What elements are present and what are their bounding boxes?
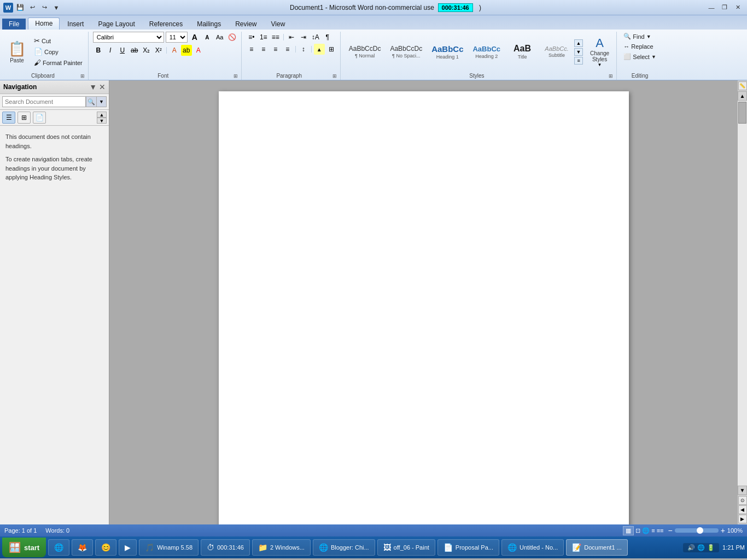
search-input[interactable] bbox=[2, 96, 86, 107]
format-painter-button[interactable]: 🖌 Format Painter bbox=[32, 57, 85, 68]
zoom-out-button[interactable]: − bbox=[668, 526, 672, 535]
tab-review[interactable]: Review bbox=[229, 19, 263, 30]
quickaccess-dropdown-button[interactable]: ▼ bbox=[51, 3, 61, 13]
full-screen-button[interactable]: ⊡ bbox=[635, 526, 640, 535]
nav-next-button[interactable]: ▼ bbox=[97, 118, 107, 124]
borders-button[interactable]: ⊞ bbox=[326, 44, 337, 55]
draft-view-button[interactable]: ≡≡ bbox=[657, 526, 664, 535]
tab-references[interactable]: References bbox=[143, 19, 189, 30]
search-go-button[interactable]: 🔍 bbox=[86, 96, 97, 107]
scroll-thumb[interactable] bbox=[738, 102, 746, 124]
tab-file[interactable]: File bbox=[2, 19, 26, 30]
taskbar-firefox-button[interactable]: 🦊 bbox=[72, 539, 93, 556]
tab-home[interactable]: Home bbox=[28, 18, 60, 30]
minimize-button[interactable]: — bbox=[705, 3, 717, 13]
print-layout-button[interactable]: ▦ bbox=[623, 526, 634, 535]
style-h1[interactable]: AaBbCc Heading 1 bbox=[428, 42, 467, 62]
select-browse-button[interactable]: ⊙ bbox=[738, 496, 747, 505]
taskbar-winamp-button[interactable]: 🎵 Winamp 5.58 bbox=[139, 539, 199, 556]
find-button[interactable]: 🔍 Find ▼ bbox=[621, 32, 653, 41]
font-grow-button[interactable]: A bbox=[189, 32, 200, 43]
nav-prev-button[interactable]: ▲ bbox=[97, 112, 107, 118]
font-name-select[interactable]: Calibri bbox=[93, 32, 164, 43]
underline-button[interactable]: U bbox=[117, 45, 128, 56]
tab-mailings[interactable]: Mailings bbox=[190, 19, 227, 30]
clock[interactable]: 1:21 PM bbox=[722, 544, 745, 551]
zoom-thumb[interactable] bbox=[697, 527, 703, 534]
justify-button[interactable]: ≡ bbox=[282, 44, 293, 55]
taskbar-timer-button[interactable]: ⏱ 000:31:46 bbox=[201, 539, 250, 556]
styles-scroll-more-button[interactable]: ≡ bbox=[574, 57, 583, 65]
scroll-up-button[interactable]: ▲ bbox=[738, 91, 747, 101]
taskbar-ie-button[interactable]: 🌐 bbox=[48, 539, 69, 556]
select-button[interactable]: ⬜ Select ▼ bbox=[621, 52, 658, 61]
redo-button[interactable]: ↪ bbox=[39, 3, 49, 13]
zoom-in-button[interactable]: + bbox=[721, 526, 725, 535]
start-button[interactable]: 🪟 start bbox=[2, 538, 46, 557]
zoom-slider[interactable] bbox=[675, 528, 719, 533]
scroll-down-button[interactable]: ▼ bbox=[738, 486, 747, 495]
copy-button[interactable]: 📄 Copy bbox=[32, 46, 85, 57]
replace-button[interactable]: ↔ Replace bbox=[621, 42, 655, 51]
document-page[interactable] bbox=[219, 91, 629, 524]
multilevel-button[interactable]: ≡≡ bbox=[270, 32, 281, 43]
tab-page-layout[interactable]: Page Layout bbox=[91, 19, 141, 30]
bullets-button[interactable]: ≡• bbox=[246, 32, 257, 43]
nav-view-results-button[interactable]: 📄 bbox=[33, 112, 46, 124]
show-marks-button[interactable]: ¶ bbox=[322, 32, 333, 43]
change-styles-button[interactable]: A ChangeStyles ▼ bbox=[586, 33, 613, 70]
styles-expand-button[interactable]: ⊞ bbox=[609, 73, 613, 79]
taskbar-blogger-button[interactable]: 🌐 Blogger: Chi... bbox=[313, 539, 375, 556]
nav-options-button[interactable]: ▼ bbox=[89, 83, 97, 91]
subscript-button[interactable]: X₂ bbox=[141, 45, 152, 56]
style-normal[interactable]: AaBbCcDc ¶ Normal bbox=[345, 43, 385, 61]
web-layout-button[interactable]: 🌐 bbox=[642, 526, 650, 535]
style-nospace[interactable]: AaBbCcDc ¶ No Spaci... bbox=[386, 43, 426, 61]
taskbar-smiley-button[interactable]: 😊 bbox=[95, 539, 116, 556]
clear-formatting-button[interactable]: 🚫 bbox=[227, 32, 238, 43]
restore-button[interactable]: ❐ bbox=[719, 3, 731, 13]
close-button[interactable]: ✕ bbox=[732, 3, 744, 13]
outline-view-button[interactable]: ≡ bbox=[651, 526, 655, 535]
taskbar-word-button[interactable]: 📝 Document1 ... bbox=[566, 539, 627, 556]
style-title[interactable]: AaB Title bbox=[506, 42, 539, 62]
align-center-button[interactable]: ≡ bbox=[258, 44, 269, 55]
styles-scroll-up-button[interactable]: ▲ bbox=[574, 39, 583, 47]
decrease-indent-button[interactable]: ⇤ bbox=[286, 32, 297, 43]
ruler-toggle-button[interactable]: 📏 bbox=[738, 81, 747, 90]
font-color-button[interactable]: A bbox=[193, 45, 204, 56]
bold-button[interactable]: B bbox=[93, 45, 104, 56]
superscript-button[interactable]: X² bbox=[153, 45, 164, 56]
nav-view-pages-button[interactable]: ⊞ bbox=[17, 112, 31, 124]
search-dropdown-button[interactable]: ▼ bbox=[97, 96, 107, 107]
line-spacing-button[interactable]: ↕ bbox=[298, 44, 309, 55]
strikethrough-button[interactable]: ab bbox=[129, 45, 140, 56]
font-shrink-button[interactable]: A bbox=[202, 32, 213, 43]
taskbar-proposal-button[interactable]: 📄 Proposal Pa... bbox=[437, 539, 499, 556]
document-area[interactable] bbox=[109, 80, 738, 524]
shading-button[interactable]: ▲ bbox=[314, 44, 325, 55]
font-expand-button[interactable]: ⊞ bbox=[234, 73, 238, 79]
numbering-button[interactable]: 1≡ bbox=[258, 32, 269, 43]
italic-button[interactable]: I bbox=[105, 45, 116, 56]
font-size-select[interactable]: 11 bbox=[166, 32, 188, 43]
undo-button[interactable]: ↩ bbox=[27, 3, 37, 13]
nav-close-button[interactable]: ✕ bbox=[99, 83, 106, 91]
paste-button[interactable]: 📋 Paste bbox=[5, 38, 28, 66]
tab-insert[interactable]: Insert bbox=[61, 19, 90, 30]
sort-button[interactable]: ↕A bbox=[310, 32, 321, 43]
tab-view[interactable]: View bbox=[265, 19, 292, 30]
styles-scroll-down-button[interactable]: ▼ bbox=[574, 48, 583, 56]
style-h2[interactable]: AaBbCc Heading 2 bbox=[469, 43, 504, 61]
paragraph-expand-button[interactable]: ⊞ bbox=[332, 73, 337, 79]
align-left-button[interactable]: ≡ bbox=[246, 44, 257, 55]
next-page-button[interactable]: ▶ bbox=[738, 515, 747, 523]
taskbar-explorer-button[interactable]: 📁 2 Windows... bbox=[252, 539, 311, 556]
taskbar-paint-button[interactable]: 🖼 off_06 - Paint bbox=[377, 539, 435, 556]
cut-button[interactable]: ✂ Cut bbox=[32, 36, 85, 46]
prev-page-button[interactable]: ◀ bbox=[738, 505, 747, 514]
highlight-button[interactable]: ab bbox=[181, 45, 192, 56]
change-case-button[interactable]: Aa bbox=[214, 32, 225, 43]
text-effect-button[interactable]: A bbox=[169, 45, 180, 56]
save-quickaccess-button[interactable]: 💾 bbox=[15, 3, 25, 13]
